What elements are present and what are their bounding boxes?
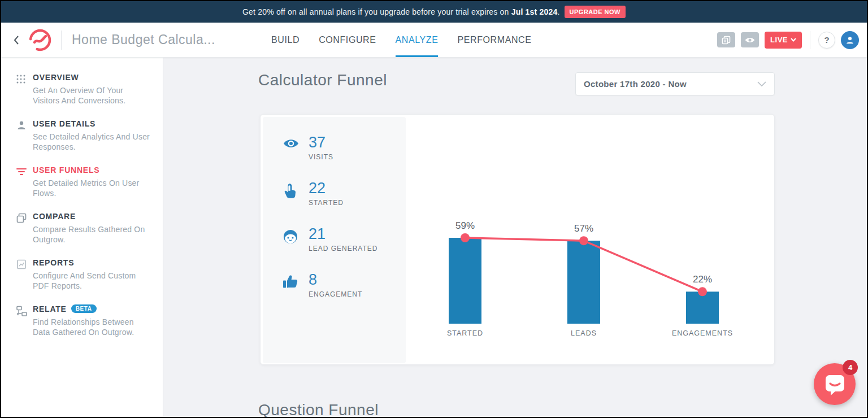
sidebar-item-relate[interactable]: RELATE BETA Find Relationships Between D…: [16, 304, 151, 338]
sidebar-item-label: COMPARE: [33, 212, 151, 221]
tab-analyze[interactable]: ANALYZE: [396, 23, 439, 57]
promo-text: Get 20% off on all annual plans if you u…: [242, 7, 560, 16]
stat-value: 8: [309, 272, 362, 288]
duplicate-button[interactable]: [717, 32, 735, 47]
sidebar-item-description: Find Relationships Between Data Gathered…: [33, 317, 151, 338]
stat-value: 37: [309, 135, 333, 150]
funnel-chart: 59%57%22%STARTEDLEADSENGAGEMENTS: [420, 210, 765, 348]
stat-label: STARTED: [309, 199, 344, 207]
sidebar-item-label: USER FUNNELS: [33, 166, 151, 175]
sidebar-item-description: Configure And Send Custom PDF Reports.: [33, 271, 151, 291]
main-nav: BUILD CONFIGURE ANALYZE PERFORMANCE: [271, 23, 532, 57]
stat-label: LEAD GENERATED: [309, 245, 377, 252]
sidebar-item-label: USER DETAILS: [33, 119, 151, 128]
app-window: Get 20% off on all annual plans if you u…: [0, 0, 868, 418]
relate-icon: [16, 304, 33, 338]
funnel-bar[interactable]: [567, 241, 600, 324]
funnel-value-label: 57%: [574, 223, 593, 234]
sidebar-item-label-text: RELATE: [33, 304, 67, 314]
person-icon: [845, 35, 855, 45]
funnel-value-label: 59%: [455, 220, 475, 231]
stat-lead-generated: 21 LEAD GENERATED: [263, 227, 406, 272]
stat-value: 22: [309, 181, 344, 196]
promo-deadline: Jul 1st 2024: [511, 7, 558, 16]
funnel-category-label: STARTED: [447, 329, 483, 337]
funnel-value-label: 22%: [693, 274, 712, 285]
funnel-bar[interactable]: [449, 238, 481, 324]
chat-unread-badge: 4: [843, 360, 858, 375]
sidebar-item-reports[interactable]: REPORTS Configure And Send Custom PDF Re…: [16, 258, 151, 291]
sidebar-item-description: See Detailed Analytics And User Response…: [33, 132, 151, 153]
tap-icon: [283, 181, 309, 227]
funnel-icon: [16, 166, 33, 199]
sidebar-item-label: REPORTS: [33, 258, 151, 267]
grid-icon: [16, 73, 33, 106]
chevron-down-icon: [757, 81, 766, 87]
funnel-category-label: ENGAGEMENTS: [672, 329, 733, 337]
live-label: LIVE: [770, 36, 788, 44]
sidebar-item-user-funnels[interactable]: USER FUNNELS Get Detailed Metrics On Use…: [16, 166, 151, 199]
header: Home Budget Calcula... BUILD CONFIGURE A…: [1, 23, 867, 58]
eye-icon: [283, 135, 309, 181]
sidebar-item-compare[interactable]: COMPARE Compare Results Gathered On Outg…: [16, 212, 151, 245]
stat-engagement: 8 ENGAGEMENT: [263, 272, 406, 318]
stat-label: ENGAGEMENT: [309, 290, 362, 298]
preview-button[interactable]: [741, 32, 759, 47]
chevron-left-icon: [13, 35, 20, 45]
sidebar-item-overview[interactable]: OVERVIEW Get An Overview Of Your Visitor…: [16, 73, 151, 106]
thumb-up-icon: [283, 272, 309, 318]
funnel-point[interactable]: [461, 233, 470, 242]
tab-performance[interactable]: PERFORMANCE: [457, 23, 531, 57]
analyze-sidebar: OVERVIEW Get An Overview Of Your Visitor…: [1, 58, 163, 417]
tab-configure[interactable]: CONFIGURE: [319, 23, 376, 57]
stat-started: 22 STARTED: [263, 181, 406, 227]
chevron-down-icon: [791, 38, 796, 42]
date-range-value: October 17th 2020 - Now: [584, 79, 757, 89]
user-icon: [16, 119, 33, 153]
funnel-point[interactable]: [698, 287, 707, 296]
back-button[interactable]: [10, 34, 23, 46]
header-divider: [61, 31, 62, 50]
stat-value: 21: [309, 227, 377, 242]
upgrade-now-button[interactable]: UPGRADE NOW: [565, 6, 626, 18]
question-funnel-title: Question Funnel: [258, 401, 379, 418]
date-range-select[interactable]: October 17th 2020 - Now: [575, 72, 775, 95]
sidebar-item-description: Get Detailed Metrics On User Flows.: [33, 178, 151, 199]
face-icon: [283, 227, 309, 272]
sidebar-item-user-details[interactable]: USER DETAILS See Detailed Analytics And …: [16, 119, 151, 153]
help-button[interactable]: ?: [818, 32, 835, 49]
user-avatar[interactable]: [841, 31, 859, 49]
chat-launcher-button[interactable]: 4: [814, 363, 856, 405]
eye-icon: [745, 36, 755, 44]
sidebar-item-label: OVERVIEW: [33, 73, 151, 82]
main-content: Calculator Funnel October 17th 2020 - No…: [163, 58, 867, 417]
beta-badge: BETA: [71, 304, 97, 313]
header-separator: [810, 31, 810, 49]
funnel-bar[interactable]: [686, 291, 719, 324]
funnel-chart-svg: 59%57%22%STARTEDLEADSENGAGEMENTS: [420, 210, 765, 348]
stat-visits: 37 VISITS: [263, 135, 406, 181]
copy-icon: [722, 36, 731, 45]
document-title: Home Budget Calcula...: [72, 32, 215, 47]
compare-icon: [16, 212, 33, 245]
header-actions: LIVE ?: [717, 23, 859, 57]
funnel-card: 37 VISITS 22 STARTE: [260, 114, 775, 365]
tab-build[interactable]: BUILD: [271, 23, 300, 57]
report-icon: [16, 258, 33, 291]
outgrow-logo-icon: [27, 27, 53, 53]
funnel-point[interactable]: [579, 236, 588, 245]
live-status-button[interactable]: LIVE: [765, 32, 802, 49]
stat-label: VISITS: [309, 153, 333, 161]
funnel-category-label: LEADS: [571, 329, 597, 337]
funnel-stats-panel: 37 VISITS 22 STARTE: [263, 117, 406, 363]
page-title: Calculator Funnel: [258, 71, 387, 89]
sidebar-item-description: Get An Overview Of Your Visitors And Con…: [33, 85, 151, 106]
sidebar-item-label: RELATE BETA: [33, 304, 151, 314]
promo-banner: Get 20% off on all annual plans if you u…: [1, 1, 867, 23]
sidebar-item-description: Compare Results Gathered On Outgrow.: [33, 224, 151, 245]
